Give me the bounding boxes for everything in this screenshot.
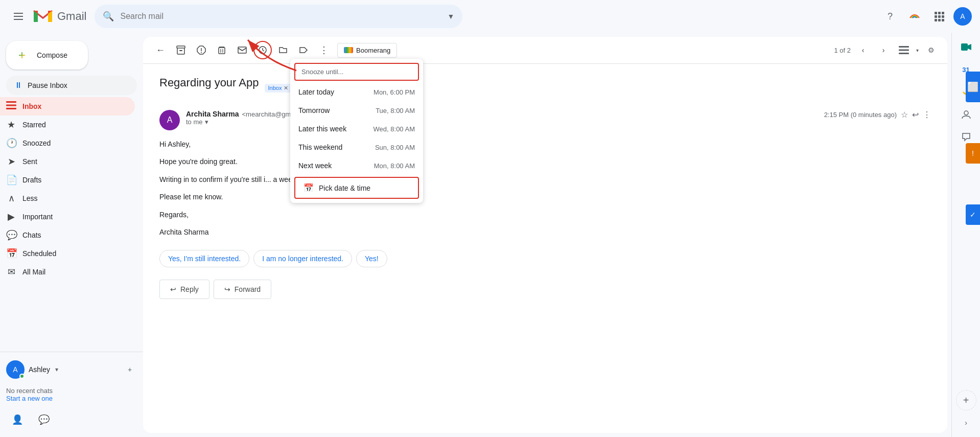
person-icon[interactable]: 👤 — [8, 410, 27, 429]
smart-reply-1[interactable]: Yes, I'm still interested. — [159, 250, 249, 267]
drafts-icon: 📄 — [6, 174, 16, 186]
smart-reply-2[interactable]: I am no longer interested. — [253, 250, 352, 267]
inbox-tag-close[interactable]: ✕ — [284, 85, 288, 91]
sidebar-item-important[interactable]: ▶ Important — [0, 208, 135, 226]
settings-button[interactable]: ⚙ — [923, 42, 939, 58]
svg-rect-7 — [942, 12, 944, 14]
email-more-icon[interactable]: ⋮ — [923, 110, 931, 120]
calendar-pick-icon: 📅 — [304, 183, 314, 193]
svg-rect-10 — [942, 15, 944, 18]
sidebar-item-inbox[interactable]: Inbox — [0, 97, 135, 116]
meet-icon[interactable] — [956, 37, 976, 57]
archive-button[interactable] — [172, 41, 190, 59]
star-email-icon[interactable]: ☆ — [901, 110, 908, 120]
sidebar-item-all-mail-label: All Mail — [22, 268, 127, 276]
menu-icon[interactable] — [8, 6, 29, 27]
email-body-signature: Archita Sharma — [159, 226, 931, 238]
sidebar: Compose ⏸ Pause Inbox Inbox ★ Starred 🕐 … — [0, 33, 143, 437]
snooze-dropdown-header: Snooze until... — [294, 63, 419, 81]
sidebar-item-sent[interactable]: ➤ Sent — [0, 152, 135, 171]
sidebar-item-scheduled-label: Scheduled — [22, 249, 127, 258]
to-chevron[interactable]: ▾ — [205, 118, 208, 126]
action-buttons: ↩ Reply ↪ Forward — [159, 280, 931, 299]
add-right-sidebar-button[interactable]: + — [956, 390, 976, 410]
sidebar-item-less[interactable]: ∧ Less — [0, 189, 135, 208]
label-button[interactable] — [294, 41, 313, 59]
add-chat-button[interactable]: + — [123, 362, 137, 377]
snooze-dropdown: Snooze until... Later today Mon, 6:00 PM… — [290, 59, 423, 203]
svg-rect-33 — [899, 50, 909, 51]
search-input[interactable] — [120, 12, 441, 21]
prev-email-button[interactable]: ‹ — [855, 42, 871, 58]
compose-button[interactable]: Compose — [6, 41, 88, 70]
svg-rect-8 — [935, 15, 937, 18]
help-icon[interactable]: ? — [880, 6, 900, 27]
search-dropdown-icon[interactable]: ▼ — [448, 12, 455, 20]
orange-panel[interactable]: ! — [966, 143, 980, 164]
svg-rect-28 — [238, 47, 246, 53]
pause-inbox-button[interactable]: ⏸ Pause Inbox — [6, 76, 137, 95]
less-icon: ∧ — [6, 193, 16, 204]
main-layout: Compose ⏸ Pause Inbox Inbox ★ Starred 🕐 … — [0, 33, 980, 437]
snooze-pick-date-time[interactable]: 📅 Pick date & time — [294, 177, 419, 199]
boomerang-icon — [344, 47, 353, 53]
snooze-item-tomorrow[interactable]: Tomorrow Tue, 8:00 AM — [290, 101, 423, 120]
svg-point-36 — [964, 111, 968, 115]
sidebar-item-snoozed[interactable]: 🕐 Snoozed — [0, 134, 135, 152]
smart-reply-3[interactable]: Yes! — [356, 250, 387, 267]
email-toolbar: ← ⋮ Boom — [143, 37, 947, 64]
email-content: Regarding your App Inbox ✕ A Archita Sha… — [143, 64, 947, 433]
snooze-button[interactable] — [253, 41, 272, 59]
sidebar-item-drafts[interactable]: 📄 Drafts — [0, 171, 135, 189]
compose-plus-icon — [18, 49, 31, 61]
snooze-item-this-weekend[interactable]: This weekend Sun, 8:00 AM — [290, 138, 423, 156]
email-meta: Archita Sharma <mearchita@gm...> to me ▾ — [186, 110, 818, 126]
more-options-button[interactable]: ⋮ — [315, 41, 333, 59]
important-icon: ▶ — [6, 211, 16, 222]
blue-panel-top[interactable]: ⬜ — [966, 72, 980, 102]
next-email-button[interactable]: › — [875, 42, 892, 58]
reply-button[interactable]: ↩ Reply — [159, 280, 209, 299]
email-body-line1: Hope you're doing great. — [159, 156, 931, 167]
svg-rect-6 — [938, 12, 941, 14]
apps-icon[interactable] — [929, 6, 949, 27]
user-avatar-topbar[interactable]: A — [953, 7, 972, 26]
contacts-icon[interactable] — [956, 104, 976, 125]
sidebar-item-less-label: Less — [22, 194, 127, 202]
delete-button[interactable] — [213, 41, 231, 59]
mark-unread-button[interactable] — [233, 41, 251, 59]
search-icon: 🔍 — [103, 11, 114, 22]
svg-rect-0 — [14, 13, 23, 14]
sidebar-item-starred[interactable]: ★ Starred — [0, 116, 135, 134]
sidebar-item-important-label: Important — [22, 213, 127, 221]
blue-panel-mid[interactable]: ✓ — [966, 204, 980, 225]
svg-rect-35 — [961, 43, 968, 51]
expand-right-sidebar-button[interactable]: › — [956, 412, 976, 433]
sidebar-item-scheduled[interactable]: 📅 Scheduled — [0, 244, 135, 263]
move-to-button[interactable] — [274, 41, 292, 59]
scheduled-icon: 📅 — [6, 248, 16, 259]
snooze-item-next-week[interactable]: Next week Mon, 8:00 AM — [290, 156, 423, 175]
report-spam-button[interactable] — [192, 41, 211, 59]
forward-button[interactable]: ↪ Forward — [214, 280, 271, 299]
start-new-chat-link[interactable]: Start a new one — [6, 395, 53, 402]
snooze-item-later-today[interactable]: Later today Mon, 6:00 PM — [290, 83, 423, 101]
chat-icons-row: 👤 💬 — [0, 406, 143, 433]
svg-rect-18 — [179, 50, 182, 51]
back-button[interactable]: ← — [151, 41, 170, 59]
display-options-button[interactable] — [896, 42, 912, 58]
email-body-regards: Regards, — [159, 209, 931, 220]
snooze-item-later-this-week[interactable]: Later this week Wed, 8:00 AM — [290, 120, 423, 138]
reply-email-icon[interactable]: ↩ — [912, 110, 919, 120]
compose-label: Compose — [37, 51, 67, 59]
rainbow-icon[interactable] — [904, 6, 925, 27]
chat-bubble-icon[interactable]: 💬 — [35, 410, 53, 429]
user-row[interactable]: A Ashley ▾ + — [0, 356, 143, 383]
search-bar: 🔍 ▼ — [95, 5, 462, 28]
sidebar-item-snoozed-label: Snoozed — [22, 139, 127, 147]
reply-icon: ↩ — [170, 285, 176, 293]
sidebar-item-all-mail[interactable]: ✉ All Mail — [0, 263, 135, 281]
email-time: 2:15 PM (0 minutes ago) ☆ ↩ ⋮ — [824, 110, 931, 120]
boomerang-button[interactable]: Boomerang — [337, 43, 397, 58]
sidebar-item-chats[interactable]: 💬 Chats — [0, 226, 135, 244]
